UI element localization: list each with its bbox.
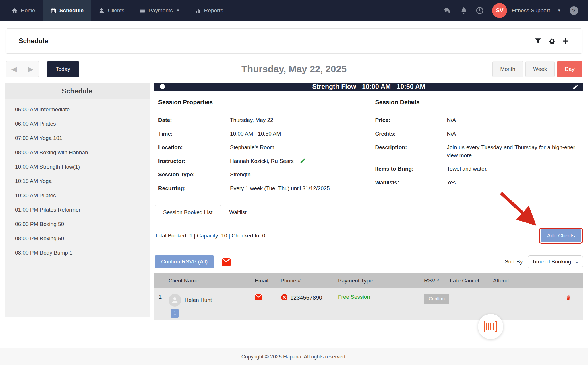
instructor-names: Hannah Kozicki, Ru Sears [230, 158, 294, 164]
barcode-scan-button[interactable] [478, 314, 503, 339]
account-menu[interactable]: Fitness Support... ▼ [512, 7, 561, 14]
schedule-sidebar: Schedule 05:00 AM Intermediate 06:00 AM … [5, 83, 150, 317]
view-week-button[interactable]: Week [525, 61, 555, 77]
session-header-bar: Strength Flow - 10:00 AM - 10:50 AM [154, 83, 583, 91]
property-row-time: Time: 10:00 AM - 10:50 AM [158, 127, 363, 141]
nav-reports-label: Reports [204, 7, 223, 14]
bar-chart-icon [195, 7, 201, 14]
sidebar-title: Schedule [5, 83, 150, 99]
view-day-button[interactable]: Day [557, 61, 582, 77]
detail-row-waitlists: Waitlists: Yes [375, 176, 580, 190]
col-client-name: Client Name [169, 278, 255, 284]
nav-home-label: Home [21, 7, 35, 14]
row-index: 1 [154, 294, 169, 300]
gear-icon[interactable] [548, 37, 556, 45]
tab-session-booked-list[interactable]: Session Booked List [155, 205, 221, 220]
client-phone: 1234567890 [290, 294, 322, 301]
col-late-cancel: Late Cancel [450, 278, 493, 284]
session-info-columns: Session Properties Date: Thursday, May 2… [154, 91, 583, 195]
sidebar-session-item[interactable]: 10:00 AM Strength Flow(1) [5, 160, 150, 174]
filter-icon[interactable] [534, 37, 542, 45]
sidebar-session-item[interactable]: 05:00 AM Intermediate [5, 102, 150, 117]
sidebar-session-item[interactable]: 08:00 AM Boxing with Hannah [5, 145, 150, 160]
client-payment-type: Free Session [338, 294, 424, 300]
prev-day-button[interactable]: ◀ [6, 61, 22, 77]
booking-tabs: Session Booked List Waitlist [154, 205, 583, 220]
calendar-icon [50, 7, 57, 14]
nav-payments-label: Payments [148, 7, 173, 14]
chat-icon[interactable] [444, 7, 451, 14]
property-row-location: Location: Stephanie's Room [158, 140, 363, 154]
sidebar-session-item[interactable]: 10:30 AM Pilates [5, 188, 150, 203]
sidebar-session-item[interactable]: 06:00 AM Pilates [5, 117, 150, 131]
session-title: Strength Flow - 10:00 AM - 10:50 AM [166, 83, 572, 91]
client-phone-cell: 1234567890 [281, 294, 338, 301]
add-clients-button[interactable]: Add Clients [541, 229, 581, 242]
sidebar-session-item[interactable]: 08:00 PM Body Bump 1 [5, 246, 150, 260]
page-header-tools [534, 37, 569, 45]
property-row-session-type: Session Type: Strength [158, 168, 363, 181]
sidebar-session-list: 05:00 AM Intermediate 06:00 AM Pilates 0… [5, 99, 150, 260]
nav-home[interactable]: Home [4, 0, 43, 21]
clock-icon[interactable] [476, 7, 483, 14]
copyright-text: Copyright © 2025 Hapana. All rights rese… [241, 354, 347, 360]
chevron-down-icon: ⌄ [575, 259, 579, 264]
plus-icon[interactable] [562, 37, 569, 45]
booking-summary-row: Total Booked: 1 | Capacity: 10 | Checked… [154, 228, 583, 244]
col-attend: Attend. [493, 278, 536, 284]
print-icon[interactable] [159, 83, 166, 90]
client-name-link[interactable]: Helen Hunt [185, 297, 212, 303]
view-switcher: Month Week Day [492, 61, 582, 77]
divider [154, 247, 583, 247]
sort-select[interactable]: Time of Booking ⌄ [528, 255, 583, 268]
email-all-icon[interactable] [221, 258, 231, 266]
credit-card-icon [139, 7, 146, 14]
table-row: 1 Helen Hunt 1 [154, 288, 583, 320]
nav-reports[interactable]: Reports [187, 0, 231, 21]
add-clients-highlight: Add Clients [539, 228, 583, 244]
sidebar-session-item[interactable]: 01:00 PM Pilates Reformer [5, 203, 150, 217]
detail-row-credits: Credits: N/A [375, 127, 580, 141]
client-cell: Helen Hunt 1 [169, 294, 255, 318]
delete-booking-icon[interactable] [566, 294, 574, 302]
tab-waitlist[interactable]: Waitlist [221, 205, 255, 220]
booking-summary: Total Booked: 1 | Capacity: 10 | Checked… [155, 233, 265, 239]
bell-icon[interactable] [460, 7, 467, 14]
property-row-instructor: Instructor: Hannah Kozicki, Ru Sears [158, 154, 363, 168]
sidebar-session-item[interactable]: 08:00 PM Boxing 50 [5, 231, 150, 246]
rsvp-confirm-button[interactable]: Confirm [424, 294, 449, 304]
main-menu: Home Schedule Clients Payments ▼ Repor [0, 0, 231, 21]
nav-payments[interactable]: Payments ▼ [132, 0, 187, 21]
edit-session-icon[interactable] [572, 83, 579, 90]
col-email: Email [255, 278, 281, 284]
nav-schedule-label: Schedule [59, 7, 84, 14]
confirm-rsvp-all-button[interactable]: Confirm RSVP (All) [155, 255, 214, 268]
session-properties-heading: Session Properties [158, 99, 363, 109]
nav-clients[interactable]: Clients [91, 0, 132, 21]
client-avatar [169, 294, 181, 307]
description-text: Join us every Tuesday and Thursday for a… [447, 144, 580, 150]
sidebar-session-item[interactable]: 06:00 PM Boxing 50 [5, 217, 150, 231]
view-more-link[interactable]: view more [447, 152, 472, 158]
view-month-button[interactable]: Month [492, 61, 523, 77]
property-row-date: Date: Thursday, May 22 [158, 113, 363, 127]
edit-instructor-icon[interactable] [300, 158, 306, 164]
content-area: Schedule 05:00 AM Intermediate 06:00 AM … [0, 83, 588, 317]
sidebar-session-item[interactable]: 07:00 AM Yoga 101 [5, 131, 150, 145]
help-icon[interactable]: ? [570, 6, 578, 15]
next-day-button[interactable]: ▶ [22, 61, 39, 77]
account-label: Fitness Support... [512, 7, 554, 14]
sort-select-value: Time of Booking [532, 259, 571, 265]
booked-clients-table: Client Name Email Phone # Payment Type R… [154, 273, 583, 320]
invalid-phone-icon [281, 294, 288, 301]
table-header: Client Name Email Phone # Payment Type R… [154, 273, 583, 288]
detail-row-items: Items to Bring: Towel and water. [375, 162, 580, 176]
col-payment-type: Payment Type [338, 278, 424, 284]
sidebar-session-item[interactable]: 10:15 AM Yoga [5, 174, 150, 188]
page-header-card: Schedule [6, 28, 582, 54]
avatar[interactable]: SV [492, 3, 507, 18]
nav-schedule[interactable]: Schedule [43, 0, 91, 21]
client-email-icon[interactable] [255, 294, 281, 302]
page-title: Schedule [19, 37, 48, 45]
today-button[interactable]: Today [47, 61, 79, 77]
